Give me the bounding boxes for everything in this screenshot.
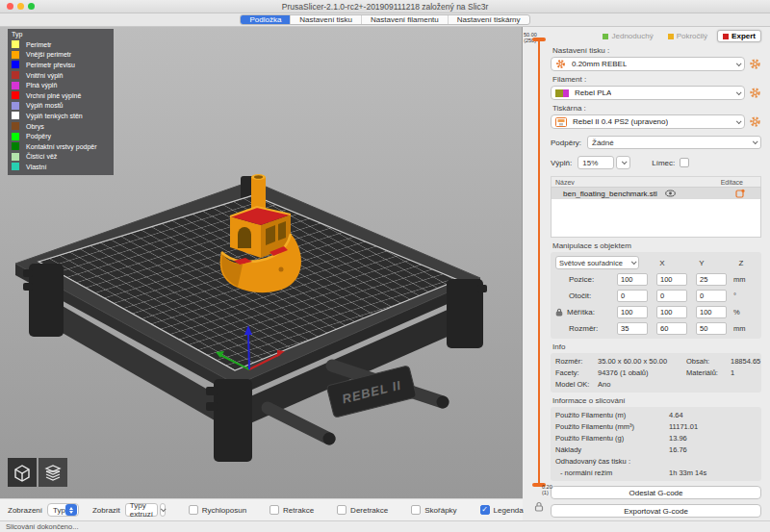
rotate-unit: °	[733, 291, 736, 300]
print-settings-icon	[555, 59, 566, 69]
sliced-label: Použito Filamentu (mm³)	[555, 422, 669, 431]
export-gcode-button[interactable]: Exportovat G-code	[551, 504, 761, 518]
legend-label: Vrchní plné výplně	[26, 92, 81, 99]
tab-filament-settings[interactable]: Nastavení filamentu	[361, 15, 448, 24]
scale-x-input[interactable]	[617, 306, 648, 318]
layers-preview-button[interactable]	[38, 458, 67, 487]
legend-swatch	[12, 142, 19, 150]
legend-swatch	[12, 163, 19, 170]
sliced-info-panel: Použito Filamentu (m) 4.64 Použito Filam…	[551, 407, 761, 481]
position-y-input[interactable]	[656, 273, 687, 286]
rotate-label: Otočit:	[555, 291, 617, 300]
sliced-value: 16.76	[669, 445, 757, 454]
supports-combo[interactable]: Žádné	[587, 136, 761, 149]
mode-advanced-button[interactable]: Pokročilý	[663, 30, 712, 42]
size-y-input[interactable]	[656, 322, 687, 335]
brim-checkbox[interactable]	[680, 158, 689, 167]
deretractions-checkbox[interactable]	[337, 505, 346, 515]
legend-label: Plná výplň	[26, 82, 57, 89]
info-label: Facety:	[555, 368, 598, 377]
scale-z-input[interactable]	[696, 306, 727, 318]
mode-simple-button[interactable]: Jednoduchý	[598, 30, 657, 42]
send-gcode-button[interactable]: Odeslat G-code	[551, 486, 761, 499]
legend-label: Obrys	[26, 123, 44, 130]
slider-lock-icon[interactable]	[534, 501, 544, 512]
supports-value: Žádné	[592, 139, 614, 147]
slider-upper-handle[interactable]	[532, 38, 546, 41]
position-x-input[interactable]	[617, 273, 648, 286]
infill-combo[interactable]: 15%	[578, 156, 614, 169]
tab-print-settings[interactable]: Nastavení tisku	[290, 15, 361, 24]
layer-slider[interactable]: 50.00 (250) 0.20 (1)	[524, 27, 547, 520]
travel-checkbox[interactable]	[189, 505, 198, 515]
scale-y-input[interactable]	[656, 306, 687, 318]
legend-checkbox[interactable]: ✓	[480, 505, 490, 515]
checkbox-shells[interactable]: Skořápky	[411, 505, 456, 515]
size-x-input[interactable]	[617, 322, 648, 335]
info-value: 1	[731, 368, 760, 377]
right-sidebar: 50.00 (250) 0.20 (1) Jednoduchý Pokročil…	[524, 27, 770, 520]
rotate-y-input[interactable]	[656, 290, 687, 302]
chevron-down-icon	[753, 139, 758, 144]
mode-expert-button[interactable]: Expert	[717, 30, 761, 42]
sliced-value: 11171.01	[669, 422, 757, 431]
legend-label: Perimetr převisu	[26, 62, 75, 68]
size-z-input[interactable]	[696, 322, 727, 335]
object-list-body[interactable]: ben_floating_benchmark.stl	[551, 187, 761, 238]
print-settings-gear-button[interactable]	[749, 58, 761, 70]
legend-swatch	[12, 102, 19, 110]
legend-label: Kontaktní vrstvy podpěr	[26, 143, 97, 150]
column-edit: Editace	[721, 179, 743, 186]
slider-track[interactable]	[538, 40, 540, 484]
3d-view-button[interactable]	[8, 458, 37, 487]
printer-label: Tiskárna :	[552, 104, 761, 113]
legend-swatch	[12, 61, 19, 68]
select-stepper-icon	[65, 504, 77, 516]
chevron-down-icon	[736, 61, 742, 66]
coordinate-space-select[interactable]: Světové souřadnice	[555, 256, 639, 269]
edit-object-icon[interactable]	[735, 189, 745, 198]
chevron-down-icon	[736, 118, 742, 124]
infill-dropdown-button[interactable]	[616, 156, 630, 169]
3d-viewport[interactable]: REBEL II	[0, 27, 523, 498]
legend-label: Vnitřní výplň	[26, 72, 64, 79]
retractions-checkbox[interactable]	[270, 505, 279, 515]
checkbox-travel[interactable]: Rychloposun	[189, 505, 246, 515]
filament-combo[interactable]: Rebel PLA	[551, 86, 745, 100]
rotate-x-input[interactable]	[617, 290, 648, 302]
object-row[interactable]: ben_floating_benchmark.stl	[552, 188, 760, 199]
legend-label: Výplň tenkých stěn	[26, 113, 83, 119]
sliced-label: Použito Filamentu (m)	[555, 411, 669, 419]
checkbox-deretractions[interactable]: Deretrakce	[337, 505, 388, 515]
filament-label: Filament :	[552, 75, 761, 84]
print-settings-combo[interactable]: 0.20mm REBEL	[551, 57, 745, 71]
legend-swatch	[12, 91, 19, 99]
feature-type-dropdown-button[interactable]	[160, 503, 166, 517]
checkbox-retractions[interactable]: Retrakce	[270, 505, 314, 515]
feature-type-combo[interactable]: Typy extruzí	[125, 503, 158, 517]
info-label: Materiálů:	[686, 368, 731, 377]
lock-icon[interactable]	[555, 308, 563, 317]
view-mode-value: Typ	[53, 506, 65, 515]
legend-label: Čistící věž	[26, 153, 57, 160]
printer-combo[interactable]: Rebel II 0.4 PS2 (upraveno)	[551, 114, 745, 129]
tab-plater[interactable]: Podložka	[241, 15, 290, 24]
travel-label: Rychloposun	[202, 506, 246, 515]
shells-checkbox[interactable]	[411, 505, 421, 515]
view-mode-select[interactable]: Typ	[47, 503, 79, 517]
supports-label: Podpěry:	[551, 139, 581, 147]
legend-swatch	[12, 51, 19, 59]
filament-value: Rebel PLA	[575, 89, 611, 97]
printer-gear-button[interactable]	[749, 115, 761, 128]
legend-header: Typ	[12, 31, 114, 38]
checkbox-legend[interactable]: ✓ Legenda	[480, 505, 524, 515]
rotate-z-input[interactable]	[696, 290, 727, 302]
sliced-value: 4.64	[669, 411, 757, 419]
manipulation-title: Manipulace s objektem	[552, 241, 761, 250]
eye-icon[interactable]	[665, 190, 676, 197]
filament-gear-button[interactable]	[749, 87, 761, 99]
sliced-label: Odhadovaný čas tisku :	[555, 457, 669, 466]
position-z-input[interactable]	[696, 273, 727, 286]
tab-printer-settings[interactable]: Nastavení tiskárny	[448, 15, 529, 24]
sliced-value: 13.96	[669, 434, 757, 443]
